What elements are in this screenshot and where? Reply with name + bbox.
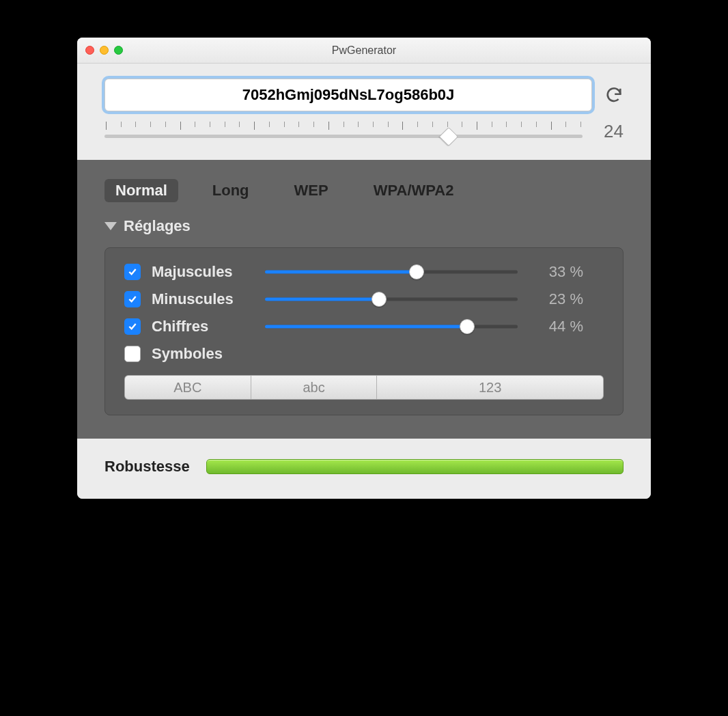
- length-slider-thumb[interactable]: [439, 126, 458, 146]
- window-title: PwGenerator: [77, 44, 651, 57]
- symbols-label: Symboles: [152, 345, 254, 363]
- symbols-checkbox[interactable]: [124, 346, 141, 362]
- minimize-button[interactable]: [100, 46, 109, 55]
- close-button[interactable]: [85, 46, 94, 55]
- settings-header: Réglages: [124, 217, 191, 235]
- segment-uppercase[interactable]: ABC: [125, 376, 251, 399]
- tab-long[interactable]: Long: [201, 179, 260, 202]
- lowercase-checkbox[interactable]: [124, 291, 141, 307]
- traffic-lights: [85, 46, 123, 55]
- digits-slider[interactable]: [265, 319, 518, 334]
- segment-lowercase[interactable]: abc: [251, 376, 377, 399]
- digits-checkbox[interactable]: [124, 318, 141, 335]
- robustness-label: Robustesse: [104, 458, 190, 476]
- charset-segmented-control: ABC abc 123: [124, 375, 604, 400]
- length-slider[interactable]: [104, 122, 583, 142]
- lowercase-slider-thumb[interactable]: [372, 292, 387, 307]
- lowercase-slider[interactable]: [265, 292, 518, 307]
- uppercase-label: Majuscules: [152, 263, 254, 281]
- settings-panel: Normal Long WEP WPA/WPA2 Réglages Majusc…: [77, 160, 651, 439]
- robustness-section: Robustesse: [77, 439, 651, 499]
- digits-percent: 44 %: [529, 318, 583, 335]
- zoom-button[interactable]: [114, 46, 123, 55]
- password-section: 7052hGmj095dNsL7og586b0J: [77, 64, 651, 160]
- uppercase-slider-thumb[interactable]: [409, 264, 424, 279]
- disclosure-triangle-icon: [104, 222, 117, 230]
- password-output[interactable]: 7052hGmj095dNsL7og586b0J: [104, 79, 592, 111]
- option-uppercase: Majuscules 33 %: [124, 263, 604, 281]
- uppercase-percent: 33 %: [529, 263, 583, 281]
- segment-digits[interactable]: 123: [376, 376, 603, 399]
- uppercase-slider[interactable]: [265, 264, 518, 279]
- tab-normal[interactable]: Normal: [104, 179, 178, 202]
- settings-box: Majuscules 33 % Minuscules 23: [104, 247, 624, 415]
- titlebar: PwGenerator: [77, 38, 651, 64]
- app-window: PwGenerator 7052hGmj095dNsL7og586b0J: [77, 38, 651, 499]
- regenerate-icon[interactable]: [604, 85, 624, 105]
- length-value: 24: [596, 121, 624, 142]
- lowercase-label: Minuscules: [152, 290, 254, 308]
- settings-disclosure[interactable]: Réglages: [104, 217, 624, 235]
- robustness-bar: [206, 459, 624, 474]
- digits-label: Chiffres: [152, 318, 254, 335]
- lowercase-percent: 23 %: [529, 290, 583, 308]
- mode-tabs: Normal Long WEP WPA/WPA2: [104, 179, 624, 202]
- uppercase-checkbox[interactable]: [124, 264, 141, 280]
- tab-wep[interactable]: WEP: [283, 179, 339, 202]
- tab-wpa[interactable]: WPA/WPA2: [363, 179, 465, 202]
- option-digits: Chiffres 44 %: [124, 318, 604, 335]
- option-lowercase: Minuscules 23 %: [124, 290, 604, 308]
- option-symbols: Symboles: [124, 345, 604, 363]
- digits-slider-thumb[interactable]: [460, 319, 475, 334]
